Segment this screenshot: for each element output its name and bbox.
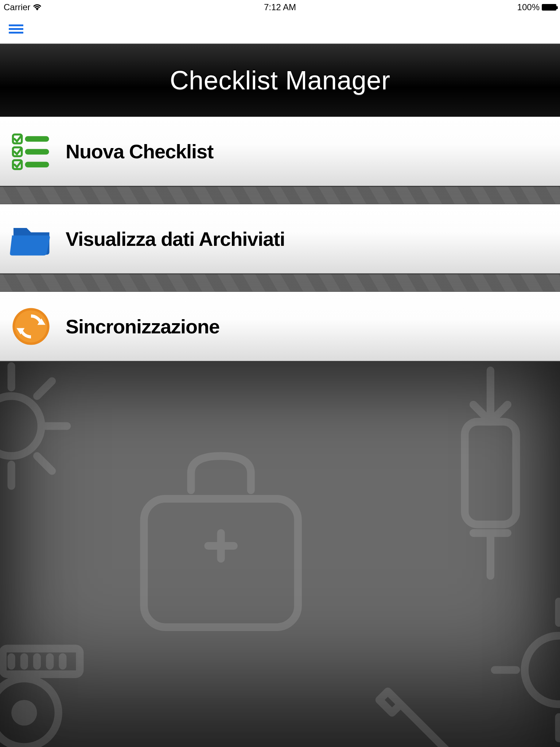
menu-item-label: Sincronizzazione <box>66 315 219 338</box>
svg-rect-10 <box>465 422 516 525</box>
sync-icon <box>7 303 55 350</box>
svg-rect-1 <box>25 136 49 142</box>
status-bar: Carrier 7:12 AM 100% <box>0 0 560 15</box>
menu-item-sincronizzazione[interactable]: Sincronizzazione <box>0 292 560 361</box>
menu-separator <box>0 274 560 292</box>
carrier-label: Carrier <box>4 2 30 12</box>
menu-item-label: Visualizza dati Archiviati <box>66 228 285 250</box>
menu-button-icon[interactable] <box>9 24 23 34</box>
folder-icon <box>7 215 55 263</box>
battery-icon <box>542 4 556 11</box>
menu-item-label: Nuova Checklist <box>66 140 213 163</box>
checklist-icon <box>7 128 55 175</box>
menu-item-visualizza-archiviati[interactable]: Visualizza dati Archiviati <box>0 204 560 274</box>
svg-point-8 <box>0 396 41 456</box>
svg-rect-3 <box>25 149 49 154</box>
menu-separator <box>0 186 560 204</box>
nav-bar <box>0 15 560 44</box>
page-title: Checklist Manager <box>170 65 390 95</box>
background-pattern <box>0 361 560 747</box>
svg-point-12 <box>11 700 37 725</box>
wifi-icon <box>33 4 41 11</box>
menu-item-nuova-checklist[interactable]: Nuova Checklist <box>0 117 560 186</box>
svg-rect-5 <box>25 162 49 167</box>
status-time: 7:12 AM <box>264 2 296 12</box>
title-bar: Checklist Manager <box>0 44 560 117</box>
svg-point-13 <box>525 636 560 704</box>
battery-percent: 100% <box>517 2 540 12</box>
svg-rect-9 <box>144 499 298 627</box>
menu-list: Nuova Checklist Visualizza dati Archivia… <box>0 117 560 361</box>
